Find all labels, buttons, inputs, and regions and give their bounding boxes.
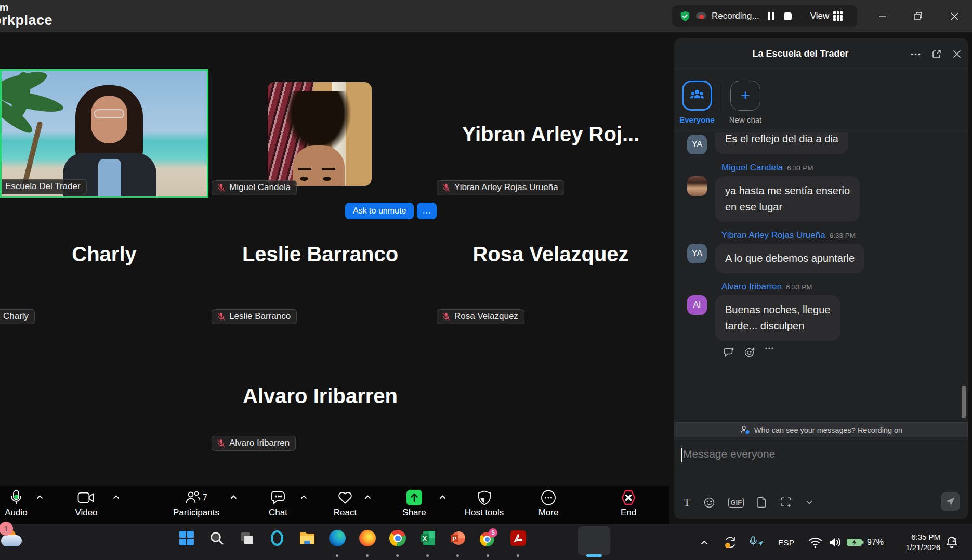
end-meeting-button[interactable]: End <box>612 490 645 518</box>
everyone-people-icon <box>689 89 705 102</box>
react-options-chevron[interactable] <box>364 495 371 499</box>
chat-message: AI Buenas noches, llegue tarde... discul… <box>687 295 958 341</box>
video-gallery: Escuela Del Trader Miguel Candela Yibr <box>0 32 669 486</box>
react-button[interactable]: React <box>329 490 362 518</box>
share-options-chevron[interactable] <box>439 495 446 499</box>
task-view-icon <box>240 531 254 545</box>
pop-out-chat-icon[interactable] <box>932 49 941 59</box>
participant-name-text: Alvaro Iribarren <box>229 438 290 448</box>
tray-show-hidden-icons[interactable] <box>701 524 708 560</box>
video-options-chevron[interactable] <box>113 495 120 499</box>
participants-options-chevron[interactable] <box>230 495 237 499</box>
chat-message-list[interactable]: YA Es el reflejo del dia a dia Miguel Ca… <box>674 132 968 422</box>
file-explorer-icon <box>299 531 316 545</box>
update-sync-tray-icon[interactable] <box>724 524 737 560</box>
security-shield-icon[interactable] <box>679 10 691 22</box>
edge-button[interactable] <box>327 528 347 548</box>
alexa-icon <box>269 530 285 546</box>
participant-name-label: Alvaro Iribarren <box>212 436 296 451</box>
mic-location-in-use-tray-icon[interactable] <box>748 524 764 560</box>
active-window-thumbnail[interactable] <box>578 526 610 555</box>
video-tile-yibran[interactable]: Yibran Arley Roj... Yibran Arley Rojas U… <box>432 69 669 198</box>
firefox-icon <box>359 530 376 546</box>
close-chat-icon[interactable] <box>953 50 961 58</box>
host-tools-button[interactable]: Host tools <box>459 490 509 518</box>
video-tile-leslie[interactable]: Leslie Barranco Leslie Barranco <box>209 198 431 327</box>
message-input-placeholder: Message everyone <box>683 448 775 460</box>
video-button[interactable]: Video <box>70 490 103 518</box>
alexa-app-button[interactable] <box>267 528 287 548</box>
wifi-tray-icon[interactable] <box>808 524 822 560</box>
chat-privacy-notice[interactable]: Who can see your messages? Recording on <box>674 422 968 437</box>
format-text-icon[interactable]: T <box>684 496 690 509</box>
chat-input-area[interactable]: Message everyone T GIF <box>674 437 968 518</box>
powerpoint-button[interactable]: P <box>448 528 468 548</box>
reply-in-thread-icon[interactable] <box>724 347 735 357</box>
message-bubble: ya hasta me sentía enserio en ese lugar <box>715 176 860 222</box>
attach-file-icon[interactable] <box>757 497 767 508</box>
chat-message: ya hasta me sentía enserio en ese lugar <box>687 176 958 222</box>
pause-recording-button[interactable] <box>768 12 774 20</box>
chat-options-chevron[interactable] <box>300 495 307 499</box>
message-time: 6:33 PM <box>786 283 812 291</box>
chrome-icon <box>389 530 406 546</box>
close-window-button[interactable] <box>939 0 970 32</box>
windows-taskbar: X P S E <box>0 524 972 560</box>
weather-widget[interactable]: 1 <box>1 527 28 558</box>
add-reaction-icon[interactable] <box>744 347 756 357</box>
send-message-button[interactable] <box>941 492 960 511</box>
sender-name[interactable]: Alvaro Iribarren <box>721 282 782 292</box>
chat-panel: La Escuela del Trader Everyone + New cha… <box>674 38 968 519</box>
restore-button[interactable] <box>902 0 934 32</box>
chat-more-options-icon[interactable] <box>911 53 921 56</box>
view-button[interactable]: View <box>810 11 843 21</box>
chat-message: YA A lo que debemos apuntarle <box>687 244 958 273</box>
audio-options-chevron[interactable] <box>36 495 43 499</box>
chat-bubble-icon <box>270 490 286 505</box>
acrobat-button[interactable] <box>508 528 528 548</box>
new-chat-button[interactable]: + New chat <box>729 81 762 124</box>
screenshot-icon[interactable] <box>780 497 793 508</box>
chat-button[interactable]: Chat <box>262 490 294 518</box>
sender-name[interactable]: Yibran Arley Rojas Urueña <box>721 230 825 241</box>
more-button[interactable]: More <box>532 490 564 518</box>
video-tile-charly[interactable]: Charly Charly <box>0 198 208 327</box>
start-button[interactable] <box>177 528 196 548</box>
task-view-button[interactable] <box>237 528 257 548</box>
minimize-button[interactable] <box>867 0 898 32</box>
excel-button[interactable]: X <box>418 528 438 548</box>
chat-scrollbar[interactable] <box>962 386 966 418</box>
chrome-profile-button[interactable]: S <box>478 528 498 548</box>
host-tools-shield-icon <box>478 490 491 505</box>
tab-everyone[interactable]: Everyone <box>680 81 714 124</box>
language-indicator[interactable]: ESP <box>778 524 795 560</box>
end-hexagon-icon <box>620 490 637 505</box>
audio-button[interactable]: Audio <box>1 490 31 518</box>
input-tools-chevron-icon[interactable] <box>806 500 812 504</box>
video-tile-alvaro[interactable]: Alvaro Iribarren Alvaro Iribarren <box>209 327 431 456</box>
search-button[interactable] <box>207 528 227 548</box>
video-tile-miguel-candela[interactable]: Miguel Candela <box>209 69 431 198</box>
recording-indicator-icon <box>696 11 706 21</box>
video-tile-rosa[interactable]: Rosa Velazquez Rosa Velazquez <box>432 198 669 327</box>
chat-label: Chat <box>269 508 287 518</box>
emoji-icon[interactable] <box>704 497 715 508</box>
running-indicator <box>487 554 489 557</box>
chrome-button[interactable] <box>388 528 408 548</box>
mic-muted-icon <box>217 183 226 192</box>
stop-recording-button[interactable] <box>784 12 792 20</box>
participant-name-label: Charly <box>0 309 35 324</box>
sender-name[interactable]: Miguel Candela <box>721 163 783 173</box>
battery-tray-icon[interactable]: 97% <box>846 524 884 560</box>
clock[interactable]: 6:35 PM 1/21/2026 <box>901 524 940 560</box>
notification-bell-icon[interactable] <box>945 524 958 560</box>
firefox-button[interactable] <box>358 528 377 548</box>
gif-icon[interactable]: GIF <box>728 498 744 508</box>
volume-tray-icon[interactable] <box>829 524 843 560</box>
message-more-icon[interactable] <box>765 347 773 357</box>
file-explorer-button[interactable] <box>297 528 317 548</box>
video-tile-escuela-del-trader[interactable]: Escuela Del Trader <box>0 69 208 198</box>
participants-button[interactable]: 7 Participants <box>172 490 221 518</box>
participant-name-text: Leslie Barranco <box>229 311 291 322</box>
share-button[interactable]: Share <box>398 490 430 518</box>
